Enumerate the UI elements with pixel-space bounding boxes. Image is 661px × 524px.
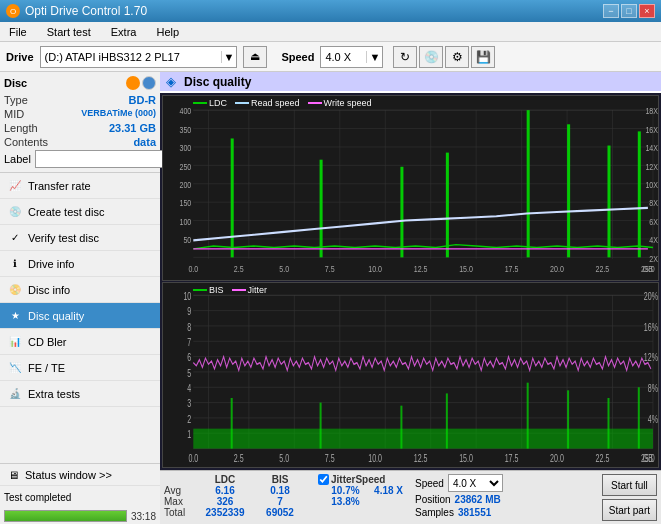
menu-bar: File Start test Extra Help [0, 22, 661, 42]
svg-text:4: 4 [187, 382, 191, 394]
position-value: 23862 MB [455, 494, 501, 505]
svg-text:4X: 4X [649, 234, 658, 246]
jitter-legend: Jitter [248, 285, 268, 295]
sidebar-item-create-test-disc[interactable]: 💿 Create test disc [0, 199, 160, 225]
svg-rect-56 [607, 146, 610, 258]
svg-text:10.0: 10.0 [368, 453, 382, 465]
sidebar-item-disc-quality[interactable]: ★ Disc quality [0, 303, 160, 329]
disc-mid-label: MID [4, 108, 24, 120]
svg-rect-113 [527, 383, 529, 449]
top-chart: LDC Read speed Write speed [162, 95, 659, 281]
cd-bler-icon: 📊 [8, 335, 22, 349]
svg-text:7.5: 7.5 [325, 262, 335, 274]
svg-rect-116 [638, 387, 640, 448]
menu-file[interactable]: File [4, 24, 32, 40]
write-speed-legend: Write speed [324, 98, 372, 108]
jitter-header: Jitter [331, 474, 355, 485]
svg-text:5.0: 5.0 [279, 262, 289, 274]
svg-text:15.0: 15.0 [459, 453, 473, 465]
svg-text:17.5: 17.5 [505, 453, 519, 465]
avg-ldc: 6.16 [196, 485, 254, 496]
sidebar-item-disc-info[interactable]: 📀 Disc info [0, 277, 160, 303]
sidebar-item-extra-tests[interactable]: 🔬 Extra tests [0, 381, 160, 407]
chart-header-icon: ◈ [166, 74, 176, 89]
svg-text:7.5: 7.5 [325, 453, 335, 465]
svg-rect-50 [231, 138, 234, 257]
svg-text:12.5: 12.5 [414, 262, 428, 274]
svg-text:15.0: 15.0 [459, 262, 473, 274]
avg-speed: 4.18 X [373, 485, 403, 496]
right-panel: ◈ Disc quality LDC Read speed Write spee… [160, 72, 661, 524]
sidebar-item-drive-info[interactable]: ℹ Drive info [0, 251, 160, 277]
ldc-legend: LDC [209, 98, 227, 108]
completed-text: Test completed [4, 492, 71, 503]
speed-label: Speed [281, 51, 314, 63]
status-completed-row: Test completed [0, 486, 160, 508]
samples-label: Samples [415, 507, 454, 518]
eject-button[interactable]: ⏏ [243, 46, 267, 68]
sidebar-item-transfer-rate[interactable]: 📈 Transfer rate [0, 173, 160, 199]
menu-start-test[interactable]: Start test [42, 24, 96, 40]
svg-text:4%: 4% [648, 413, 658, 425]
svg-rect-53 [446, 153, 449, 258]
avg-label: Avg [164, 485, 196, 496]
svg-text:3: 3 [187, 398, 191, 410]
svg-text:20.0: 20.0 [550, 262, 564, 274]
status-window-button[interactable]: 🖥 Status window >> [0, 464, 160, 486]
verify-test-disc-icon: ✓ [8, 231, 22, 245]
svg-rect-109 [231, 398, 233, 449]
svg-text:10X: 10X [645, 179, 658, 191]
ldc-header: LDC [196, 474, 254, 485]
max-jitter: 13.8% [318, 496, 373, 507]
jitter-checkbox[interactable] [318, 474, 329, 485]
svg-text:5: 5 [187, 367, 191, 379]
svg-text:8%: 8% [648, 382, 658, 394]
svg-text:2.5: 2.5 [234, 262, 244, 274]
minimize-button[interactable]: − [603, 4, 619, 18]
svg-rect-55 [567, 124, 570, 257]
status-window-label: Status window >> [25, 469, 112, 481]
max-label: Max [164, 496, 196, 507]
bottom-chart: BIS Jitter [162, 282, 659, 468]
disc-contents-label: Contents [4, 136, 48, 148]
app-logo: O [6, 4, 20, 18]
disc-button[interactable]: 💿 [419, 46, 443, 68]
svg-text:12X: 12X [645, 160, 658, 172]
avg-jitter: 10.7% [318, 485, 373, 496]
progress-time: 33:18 [131, 511, 156, 522]
svg-rect-112 [446, 393, 448, 448]
start-full-button[interactable]: Start full [602, 474, 657, 496]
svg-rect-51 [320, 160, 323, 258]
svg-text:22.5: 22.5 [596, 453, 610, 465]
refresh-button[interactable]: ↻ [393, 46, 417, 68]
svg-rect-0 [163, 96, 658, 280]
sidebar-item-label-disc-info: Disc info [28, 284, 70, 296]
maximize-button[interactable]: □ [621, 4, 637, 18]
menu-help[interactable]: Help [151, 24, 184, 40]
svg-text:16%: 16% [644, 321, 658, 333]
sidebar-item-cd-bler[interactable]: 📊 CD Bler [0, 329, 160, 355]
speed-value: 4.0 X [321, 51, 366, 63]
save-button[interactable]: 💾 [471, 46, 495, 68]
svg-text:6X: 6X [649, 216, 658, 228]
drive-dropdown-arrow[interactable]: ▼ [221, 51, 237, 63]
sidebar-item-fe-te[interactable]: 📉 FE / TE [0, 355, 160, 381]
transfer-rate-icon: 📈 [8, 179, 22, 193]
progress-bar-container [4, 510, 127, 522]
sidebar-item-label-drive-info: Drive info [28, 258, 74, 270]
svg-text:400: 400 [180, 105, 192, 117]
speed-dropdown-arrow[interactable]: ▼ [366, 51, 382, 63]
menu-extra[interactable]: Extra [106, 24, 142, 40]
sidebar-item-label-transfer-rate: Transfer rate [28, 180, 91, 192]
disc-label-input[interactable] [35, 150, 168, 168]
sidebar-item-label-verify-test-disc: Verify test disc [28, 232, 99, 244]
settings-button[interactable]: ⚙ [445, 46, 469, 68]
disc-type-label: Type [4, 94, 28, 106]
start-part-button[interactable]: Start part [602, 499, 657, 521]
max-bis: 7 [254, 496, 306, 507]
speed-dropdown[interactable]: 4.0 X [448, 474, 503, 492]
total-label: Total [164, 507, 196, 518]
total-bis: 69052 [254, 507, 306, 518]
close-button[interactable]: × [639, 4, 655, 18]
sidebar-item-verify-test-disc[interactable]: ✓ Verify test disc [0, 225, 160, 251]
